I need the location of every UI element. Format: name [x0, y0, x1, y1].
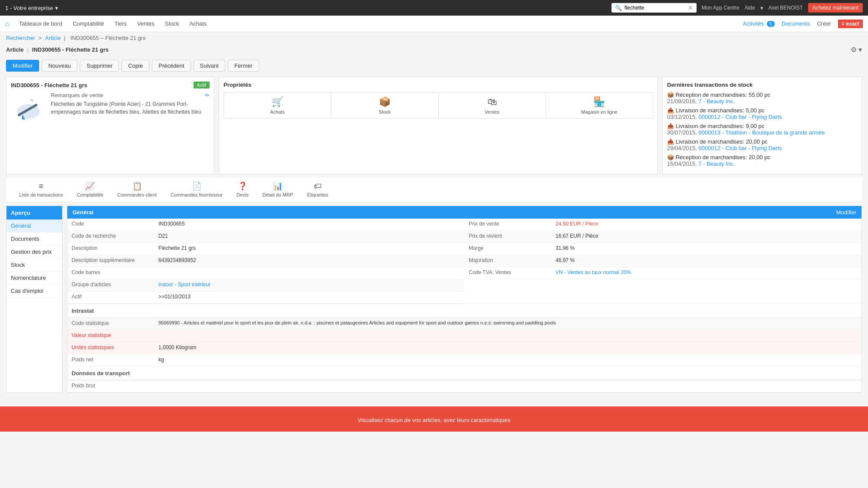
sidebar-item-documents[interactable]: Documents [7, 233, 62, 246]
search-clear-icon[interactable]: ✕ [688, 4, 693, 11]
page-title: Article | IND300655 - Fléchette 21 grs [6, 46, 108, 53]
nav-tiers[interactable]: Tiers [110, 16, 131, 32]
nav-achats[interactable]: Achats [185, 16, 211, 32]
top-section: IND300655 - Fléchette 21 grs Actif [6, 77, 862, 174]
search-box: 🔍 ✕ [612, 3, 697, 13]
stock-entry-1-link[interactable]: 0000012 - Club bar - Flying Darts [698, 114, 782, 120]
groupe-articles-value[interactable]: Indoor - Sport intérieur [154, 279, 464, 291]
properties-title: Propriétés [224, 82, 653, 88]
detail-row-code-stat: Code statistique 95069990 - Articles et … [67, 318, 861, 330]
desc-supp-label: Description supplémentaire [67, 255, 154, 267]
unites-stat-value: 1,0000 Kilogram [154, 342, 861, 354]
poids-brut-value [154, 380, 861, 392]
article-code-title: IND300655 - Fléchette 21 grs [11, 82, 87, 88]
nav-tableaux[interactable]: Tableaux de bord [15, 16, 67, 32]
poids-brut-label: Poids brut [67, 380, 154, 392]
stock-entry-4-link[interactable]: 7 - Beauty Inc. [698, 160, 735, 167]
tab-etiquettes-label: Étiquettes [307, 192, 328, 197]
help-link[interactable]: Aide [745, 5, 755, 11]
remarks-label: Remarques de vente [51, 92, 103, 98]
code-tva-label: Code TVA: Ventes [464, 267, 551, 279]
copie-button[interactable]: Copie [122, 60, 149, 72]
tabs-bar: ≡ Liste de transactions 📈 Comptabilité 📋… [6, 178, 862, 202]
detail-row-unites-stat: Unités statistiques 1,0000 Kilogram [67, 342, 861, 354]
prop-stock[interactable]: 📦 Stock [331, 92, 438, 118]
breadcrumb-rechercher[interactable]: Rechercher [6, 35, 35, 41]
nav-ventes[interactable]: Ventes [133, 16, 159, 32]
code-tva-value[interactable]: VN - Ventes au taux normal 20% [551, 267, 861, 279]
detail-row-prix-revient: Prix de revient 16,67 EUR / Pièce [464, 231, 861, 243]
tab-commandes-client[interactable]: 📋 Commandes client [110, 178, 164, 202]
intrastat-divider: Intrastat [67, 304, 861, 318]
edit-icon[interactable]: ✏ [205, 92, 210, 98]
activities-label: Activités [743, 20, 764, 27]
nav-comptabilite[interactable]: Comptabilité [68, 16, 108, 32]
prix-vente-value: 24,50 EUR / Pièce [551, 219, 861, 230]
suivant-button[interactable]: Suivant [194, 60, 225, 72]
majoration-label: Majoration [464, 255, 551, 267]
actif-label: Actif [67, 291, 154, 303]
valeur-stat-value [154, 330, 861, 342]
sidebar-header: Aperçu [7, 206, 62, 219]
prix-vente-label: Prix de vente [464, 219, 551, 230]
detail-row-description-supp: Description supplémentaire 6439234893852 [67, 255, 464, 267]
detail-two-col: Code IND300655 Code de recherche D21 Des… [67, 219, 861, 304]
sidebar-item-cas-emploi[interactable]: Cas d'emploi [7, 285, 62, 298]
stock-entry-4: 📦 Réception de marchandises: 20,00 pc 15… [667, 154, 857, 167]
article-image [11, 92, 46, 127]
documents-link[interactable]: Documents [782, 20, 810, 27]
stock-entry-3-link[interactable]: 0000012 - Club bar - Flying Darts [698, 145, 782, 151]
tab-commandes-fournisseur[interactable]: 📄 Commandes fournisseur [164, 178, 230, 202]
tab-devis-label: Devis [237, 192, 249, 197]
supprimer-button[interactable]: Supprimer [80, 60, 119, 72]
sidebar-item-gestion-prix[interactable]: Gestion des prix [7, 246, 62, 259]
modifier-button[interactable]: Modifier [6, 60, 39, 72]
app-centre-link[interactable]: Mon App Centre [702, 5, 740, 11]
sidebar-item-nomenclature[interactable]: Nomenclature [7, 272, 62, 285]
detail-section-label: Général [72, 209, 93, 216]
detail-modify-button[interactable]: Modifier [836, 209, 856, 216]
activities-link[interactable]: Activités 5 [743, 20, 775, 27]
transport-divider: Données de transport [67, 367, 861, 380]
active-badge: Actif [194, 82, 210, 88]
tab-detail-mrp[interactable]: 📊 Détail du MRP [255, 178, 300, 202]
marge-label: Marge [464, 243, 551, 255]
sidebar-item-stock[interactable]: Stock [7, 259, 62, 272]
tab-comptabilite[interactable]: 📈 Comptabilité [70, 178, 110, 202]
search-icon: 🔍 [615, 5, 622, 11]
detail-row-valeur-stat: Valeur statistique [67, 330, 861, 342]
tab-detail-mrp-label: Détail du MRP [262, 192, 293, 197]
detail-left-col: Code IND300655 Code de recherche D21 Des… [67, 219, 464, 304]
buy-button[interactable]: Achetez maintenant [808, 3, 863, 13]
page-title-bar: Article | IND300655 - Fléchette 21 grs ⚙… [0, 44, 868, 57]
prop-ventes[interactable]: 🛍 Ventes [438, 92, 546, 118]
desc-supp-value: 6439234893852 [154, 255, 464, 267]
stock-entry-2-link[interactable]: 0000013 - Triathlon - Boutique de la gra… [698, 129, 825, 136]
prop-magasin[interactable]: 🏪 Magasin en ligne [546, 92, 653, 118]
detail-row-poids-brut: Poids brut [67, 380, 861, 393]
nav-stock[interactable]: Stock [161, 16, 184, 32]
precedent-button[interactable]: Précédent [152, 60, 191, 72]
sidebar-item-general[interactable]: Général [7, 219, 62, 233]
prop-achats[interactable]: 🛒 Achats [224, 92, 331, 118]
dropdown-icon[interactable]: ▾ [858, 46, 862, 54]
stock-entry-0-link[interactable]: 7 - Beauty Inc. [698, 98, 735, 105]
code-recherche-value: D21 [154, 231, 464, 242]
groupe-articles-label: Groupe d'articles [67, 279, 154, 291]
properties-icons: 🛒 Achats 📦 Stock 🛍 Ventes 🏪 Magasin en l… [224, 92, 653, 118]
breadcrumb-article[interactable]: Article [45, 35, 61, 41]
create-link[interactable]: Créer [817, 20, 831, 27]
company-selector[interactable]: 1 - Votre entreprise ▾ [5, 5, 58, 11]
tab-devis[interactable]: ❓ Devis [230, 178, 256, 202]
search-input[interactable] [625, 5, 685, 11]
ventes-label: Ventes [485, 109, 500, 115]
tab-etiquettes[interactable]: 🏷 Étiquettes [300, 178, 335, 202]
tab-liste-transactions[interactable]: ≡ Liste de transactions [12, 178, 70, 202]
prix-revient-value: 16,67 EUR / Pièce [551, 231, 861, 242]
home-icon[interactable]: ⌂ [5, 20, 10, 28]
settings-icon[interactable]: ⚙ [851, 46, 857, 54]
fermer-button[interactable]: Fermer [228, 60, 259, 72]
title-main: IND300655 - Fléchette 21 grs [32, 46, 108, 53]
nouveau-button[interactable]: Nouveau [42, 60, 77, 72]
stock-entry-3: 📤 Livraison de marchandises: 20,00 pc 29… [667, 138, 857, 151]
